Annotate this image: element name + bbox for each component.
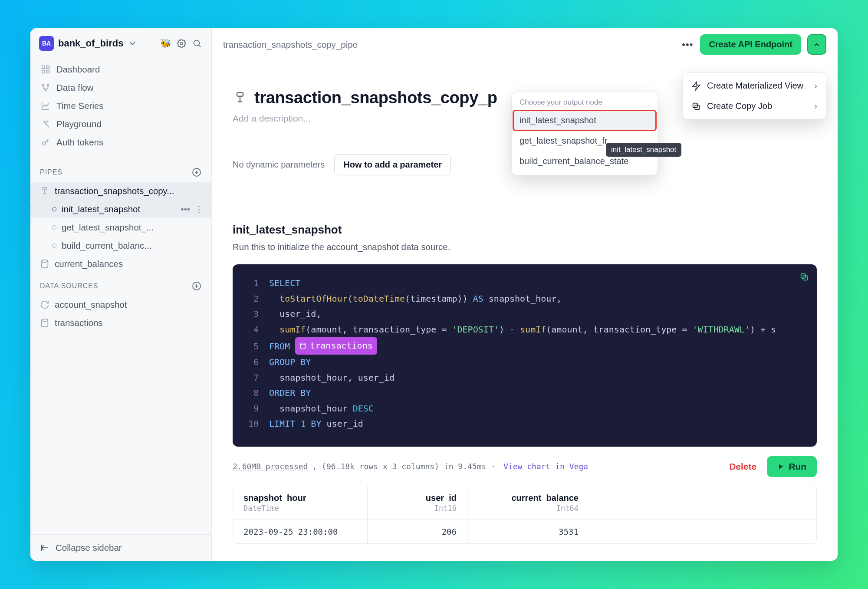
col-amount: amount, <box>311 324 347 335</box>
grid-icon <box>41 65 50 74</box>
topbar: transaction_snapshots_copy_pipe ••• Crea… <box>212 28 838 61</box>
node-drag-icon[interactable]: ⋮ <box>194 204 204 214</box>
database-icon <box>299 342 306 349</box>
stats-detail: , (96.18k rows x 3 columns) in 9.45ms · <box>312 462 496 471</box>
node-description[interactable]: Run this to initialize the account_snaps… <box>233 242 817 252</box>
pipes-section-label: PIPES <box>40 168 62 176</box>
stats-processed[interactable]: 2.60MB processed <box>233 462 308 471</box>
chevron-up-icon <box>813 41 821 49</box>
pipe-node-get-latest-snapshot[interactable]: get_latest_snapshot_... <box>30 218 211 237</box>
line-number-1: 1 <box>241 276 259 291</box>
table-ref-transactions[interactable]: transactions <box>295 337 377 355</box>
table-name: transactions <box>310 338 373 354</box>
svg-rect-4 <box>46 66 49 69</box>
result-table: snapshot_hour DateTime user_id Int16 cur… <box>233 486 817 544</box>
clip-s: s <box>771 324 776 335</box>
sidebar: BA bank_of_birds 🐝 Dashboard Data flow T… <box>30 28 212 561</box>
chevron-right-icon: › <box>814 101 817 111</box>
result-header-row: snapshot_hour DateTime user_id Int16 cur… <box>233 486 816 520</box>
node-kebab-icon[interactable]: ••• <box>181 204 190 214</box>
svg-marker-22 <box>693 82 700 89</box>
kw-groupby: GROUP BY <box>269 357 311 367</box>
create-api-endpoint-button[interactable]: Create API Endpoint <box>700 34 801 55</box>
add-datasource-button[interactable] <box>191 281 202 291</box>
svg-point-8 <box>47 85 49 86</box>
database-icon <box>40 318 49 328</box>
line-number-10: 10 <box>241 416 259 432</box>
col-tt: transaction_type <box>593 324 677 335</box>
svg-line-2 <box>199 45 201 47</box>
col-snapshot-hour[interactable]: snapshot_hour DateTime <box>233 486 368 520</box>
sql-editor[interactable]: 1SELECT 2 toStartOfHour(toDateTime(times… <box>233 264 817 447</box>
pipe-node-init-latest-snapshot[interactable]: init_latest_snapshot ••• ⋮ <box>30 200 211 218</box>
node-title[interactable]: init_latest_snapshot <box>233 223 817 237</box>
pipes-section-header: PIPES <box>30 159 211 182</box>
delete-node-button[interactable]: Delete <box>729 461 756 472</box>
col-user-id[interactable]: user_id Int16 <box>368 486 467 520</box>
col-amount: amount, <box>551 324 588 335</box>
primary-nav: Dashboard Data flow Time Series Playgrou… <box>30 57 211 159</box>
copy-icon <box>691 102 701 111</box>
nav-authtokens[interactable]: Auth tokens <box>35 133 207 151</box>
workspace-switcher[interactable]: BA bank_of_birds 🐝 <box>30 28 211 57</box>
pipe-item-current-balances[interactable]: current_balances <box>30 255 211 273</box>
pipe-title[interactable]: transaction_snapshots_copy_p <box>254 89 497 107</box>
pipe-node-label: build_current_balanc... <box>62 240 151 251</box>
nav-playground[interactable]: Playground <box>35 115 207 133</box>
nav-dataflow[interactable]: Data flow <box>35 79 207 97</box>
alias-snapshot-hour: snapshot_hour, <box>489 293 562 304</box>
lit-deposit: 'DEPOSIT' <box>452 324 499 335</box>
pipe-name: transaction_snapshots_copy... <box>55 186 174 196</box>
menu-item-copy-job[interactable]: Create Copy Job › <box>685 96 823 116</box>
run-button[interactable]: Run <box>767 456 817 477</box>
result-row[interactable]: 2023-09-25 23:00:00 206 3531 <box>233 520 816 543</box>
workspace-badge: BA <box>39 36 54 51</box>
search-icon[interactable] <box>191 38 203 49</box>
collapse-icon <box>40 543 49 553</box>
nav-dashboard[interactable]: Dashboard <box>35 60 207 79</box>
kw-from: FROM <box>269 341 290 352</box>
workspace-name: bank_of_birds <box>58 38 123 49</box>
svg-point-15 <box>42 260 48 263</box>
gear-icon[interactable] <box>176 38 187 49</box>
chevron-right-icon: › <box>814 81 817 91</box>
bee-icon[interactable]: 🐝 <box>160 38 171 49</box>
how-to-add-parameter-button[interactable]: How to add a parameter <box>334 154 451 175</box>
nav-label: Data flow <box>56 82 93 93</box>
pipe-node-build-current-balance[interactable]: build_current_balanc... <box>30 237 211 255</box>
more-actions-button[interactable]: ••• <box>681 38 694 51</box>
node-option-init-latest-snapshot[interactable]: init_latest_snapshot <box>514 111 655 130</box>
col-current-balance[interactable]: current_balance Int64 <box>467 486 589 520</box>
create-dropdown-toggle[interactable] <box>807 34 826 55</box>
lit-one: 1 <box>300 418 306 429</box>
nav-label: Time Series <box>56 101 104 111</box>
output-node-picker: Choose your output node init_latest_snap… <box>511 92 658 175</box>
svg-point-1 <box>194 40 200 46</box>
nav-timeseries[interactable]: Time Series <box>35 97 207 115</box>
copy-code-button[interactable] <box>799 272 809 284</box>
run-label: Run <box>789 461 806 472</box>
play-icon <box>777 463 784 470</box>
col-type: Int16 <box>378 504 457 513</box>
datasource-label: account_snapshot <box>55 299 127 310</box>
menu-label: Create Materialized View <box>707 81 803 91</box>
datasource-account-snapshot[interactable]: account_snapshot <box>30 296 211 314</box>
collapse-sidebar-button[interactable]: Collapse sidebar <box>30 534 211 561</box>
col-name: user_id <box>378 493 457 503</box>
cell-user-id: 206 <box>368 520 467 543</box>
view-chart-vega-link[interactable]: View chart in Vega <box>503 462 588 471</box>
lightning-icon <box>691 81 701 91</box>
node-bullet-icon <box>52 225 56 230</box>
col-name: snapshot_hour <box>243 493 357 503</box>
add-pipe-button[interactable] <box>191 167 202 178</box>
line-number-3: 3 <box>241 306 259 322</box>
nav-label: Dashboard <box>56 64 100 75</box>
svg-rect-25 <box>237 92 243 96</box>
col-user-id: user_id, <box>279 309 321 319</box>
datasource-transactions[interactable]: transactions <box>30 314 211 332</box>
menu-item-materialized-view[interactable]: Create Materialized View › <box>685 76 823 96</box>
fn-todatetime: toDateTime <box>353 293 405 304</box>
pipe-item-transaction-snapshots[interactable]: transaction_snapshots_copy... <box>30 182 211 200</box>
fn-sumif: sumIf <box>279 324 306 335</box>
line-number-9: 9 <box>241 401 259 417</box>
